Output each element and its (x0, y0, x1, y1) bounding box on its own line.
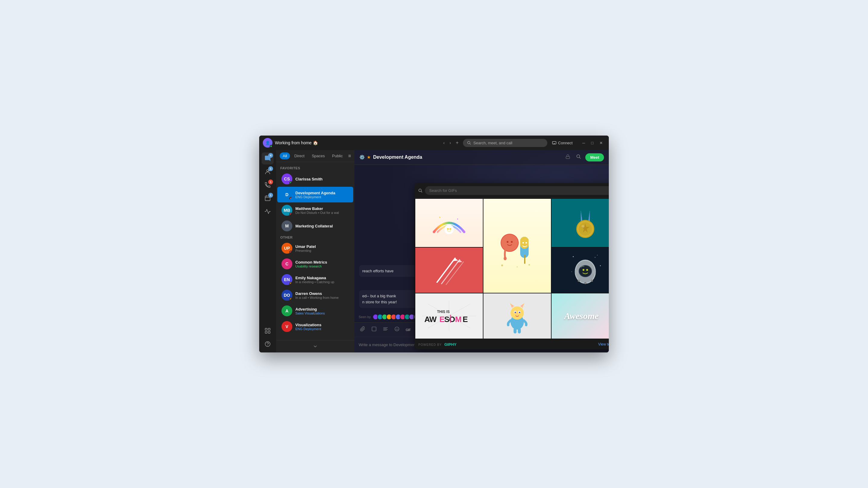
text-format-icon (383, 326, 388, 332)
status-dot (289, 282, 292, 285)
svg-point-101 (519, 312, 521, 313)
gif-footer: POWERED BY GIPHY View terms (415, 339, 609, 350)
filter-menu-button[interactable]: ≡ (347, 153, 352, 159)
contact-name: Matthew Baker (296, 206, 349, 211)
contacts-list: Favorites CS Clarissa Smith D (276, 162, 354, 340)
contact-info: Marketing Collateral (296, 224, 349, 228)
awesome-text-svg: THIS IS AW E S O M E (419, 298, 479, 334)
nav-arrows: ‹ › + (441, 139, 461, 147)
meet-button[interactable]: Meet (585, 153, 604, 161)
sidebar-item-help[interactable] (261, 338, 274, 350)
svg-rect-11 (265, 331, 267, 333)
gif-search-input[interactable] (425, 186, 609, 195)
search-bar[interactable]: Search, meet, and call (463, 139, 547, 147)
format-button[interactable] (370, 325, 378, 334)
svg-point-46 (526, 242, 527, 244)
tab-direct[interactable]: Direct (291, 153, 307, 159)
list-item[interactable]: V Visualizations ENG Deployment (277, 319, 353, 334)
avatar: EN (281, 274, 292, 285)
list-item[interactable]: UP Umar Patel Presenting (277, 240, 353, 256)
contact-name: Umar Patel (296, 244, 349, 249)
chevron-down-icon (313, 344, 318, 349)
gif-item-icecream[interactable] (484, 199, 551, 293)
svg-text:THIS IS: THIS IS (437, 310, 450, 314)
sidebar-item-grid[interactable] (261, 325, 274, 337)
gif-item-character[interactable] (484, 293, 551, 338)
contact-info: Clarissa Smith (296, 177, 349, 181)
avatar: D (281, 189, 292, 200)
list-item[interactable]: M Marketing Collateral (277, 218, 353, 234)
svg-line-57 (446, 262, 464, 285)
avatar: M (281, 221, 292, 231)
maximize-button[interactable]: □ (589, 139, 596, 147)
title-text: Working from home 🏠 (275, 140, 439, 145)
list-item[interactable]: EN Emily Nakagawa In a meeting • Catchin… (277, 272, 353, 287)
gif-item-awesome-text[interactable]: THIS IS AW E S O M E (415, 293, 483, 338)
gif-item-awesome-cursive[interactable]: Awesome Awesome (552, 293, 609, 338)
svg-rect-12 (268, 331, 270, 333)
list-item[interactable]: DO Darren Owens In a call • Working from… (277, 287, 353, 303)
contact-status: Do Not Disturb • Out for a wal (296, 211, 349, 215)
gif-search-icon (418, 189, 423, 193)
svg-point-63 (571, 271, 572, 272)
nav-back-button[interactable]: ‹ (441, 139, 447, 147)
gif-button[interactable]: GIF (404, 327, 412, 333)
contact-status: ENG Deployment (296, 327, 349, 331)
gif-item-medal[interactable] (552, 199, 609, 247)
svg-line-1 (470, 143, 470, 144)
gif-item-pencil[interactable] (415, 248, 483, 293)
sidebar-item-people[interactable]: 1 (261, 166, 274, 178)
svg-point-103 (520, 312, 520, 313)
tab-all[interactable]: All (280, 153, 290, 159)
lock-icon (565, 154, 570, 159)
add-tab-button[interactable]: + (454, 139, 460, 147)
svg-point-62 (600, 265, 601, 266)
gif-grid: ✦ ✦ (415, 198, 609, 339)
list-item[interactable]: D Development Agenda ENG Deployment (277, 187, 353, 202)
search-chat-button[interactable] (575, 153, 583, 161)
gif-item-rainbow[interactable]: ✦ ✦ (415, 199, 483, 247)
text-format-button[interactable] (381, 325, 390, 334)
svg-point-34 (450, 228, 451, 230)
search-icon (576, 154, 581, 159)
svg-text:E: E (439, 315, 444, 324)
svg-text:E: E (463, 315, 468, 324)
svg-text:O: O (449, 315, 455, 324)
nav-forward-button[interactable]: › (447, 139, 453, 147)
gif-panel: ✦ ✦ (415, 183, 609, 350)
analytics-icon (264, 208, 271, 215)
minimize-button[interactable]: ─ (580, 139, 587, 147)
sidebar-item-analytics[interactable] (261, 205, 274, 218)
close-button[interactable]: ✕ (597, 139, 605, 147)
emoji-button[interactable] (393, 325, 401, 334)
svg-point-61 (597, 255, 598, 255)
connect-button[interactable]: Connect (550, 139, 575, 147)
tab-spaces[interactable]: Spaces (309, 153, 328, 159)
contact-name: Advertising (296, 307, 349, 312)
scroll-down-button[interactable] (278, 343, 352, 350)
sidebar-item-phone[interactable]: 1 (261, 179, 274, 191)
user-avatar[interactable]: 👤 (263, 138, 273, 148)
settings-icon[interactable]: ⚙️ (359, 155, 365, 160)
contact-status: In a call • Working from home (296, 296, 349, 299)
list-item[interactable]: C Common Metrics Usability research (277, 256, 353, 272)
attachment-button[interactable] (359, 325, 367, 334)
tab-public[interactable]: Public (329, 153, 346, 159)
giphy-brand: GIPHY (444, 342, 456, 347)
giphy-credit: POWERED BY GIPHY (418, 341, 457, 347)
other-label: Other (276, 234, 354, 240)
list-item[interactable]: MB Matthew Baker Do Not Disturb • Out fo… (277, 202, 353, 218)
chat-header-actions: Meet (564, 153, 604, 161)
list-item[interactable]: CS Clarissa Smith (277, 171, 353, 187)
svg-point-38 (501, 234, 518, 251)
list-item[interactable]: A Advertising Sales Visualizations (277, 303, 353, 319)
view-terms-link[interactable]: View terms (598, 342, 609, 347)
svg-line-17 (580, 158, 581, 159)
sidebar-item-chat[interactable]: 4 (261, 153, 274, 164)
sidebar-item-calendar[interactable]: 1 (261, 192, 274, 204)
lock-icon-button[interactable] (564, 153, 572, 161)
contact-status: Usability research (296, 264, 349, 268)
left-panel-bottom (276, 340, 354, 352)
star-icon[interactable]: ★ (367, 155, 371, 160)
gif-item-astronaut[interactable]: + (552, 248, 609, 293)
